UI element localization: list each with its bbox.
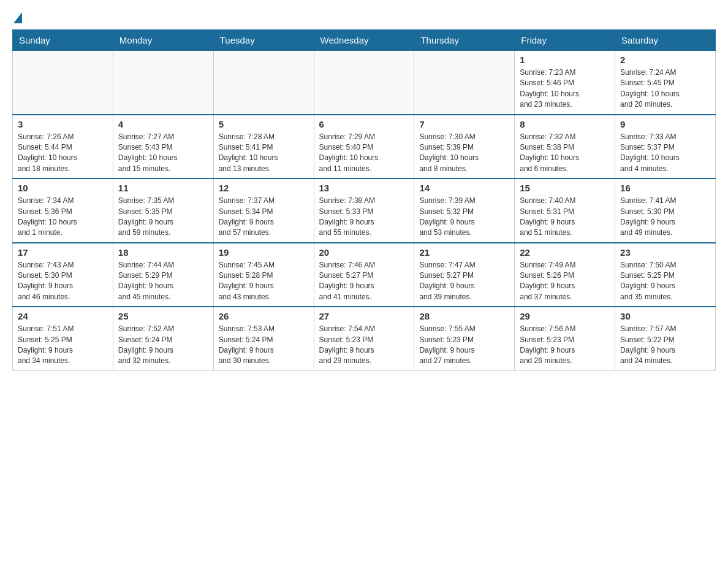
day-info: Sunrise: 7:46 AM Sunset: 5:27 PM Dayligh… bbox=[319, 260, 409, 303]
day-info: Sunrise: 7:43 AM Sunset: 5:30 PM Dayligh… bbox=[18, 260, 108, 303]
weekday-header-wednesday: Wednesday bbox=[314, 30, 414, 51]
calendar-cell: 14Sunrise: 7:39 AM Sunset: 5:32 PM Dayli… bbox=[414, 178, 515, 243]
day-number: 5 bbox=[219, 119, 309, 129]
calendar-cell bbox=[13, 51, 113, 115]
day-info: Sunrise: 7:40 AM Sunset: 5:31 PM Dayligh… bbox=[520, 196, 610, 239]
calendar-cell: 6Sunrise: 7:29 AM Sunset: 5:40 PM Daylig… bbox=[314, 115, 414, 179]
calendar-cell: 11Sunrise: 7:35 AM Sunset: 5:35 PM Dayli… bbox=[113, 178, 213, 243]
day-number: 4 bbox=[118, 119, 208, 129]
day-info: Sunrise: 7:57 AM Sunset: 5:22 PM Dayligh… bbox=[620, 324, 710, 367]
day-info: Sunrise: 7:41 AM Sunset: 5:30 PM Dayligh… bbox=[620, 196, 710, 239]
calendar-cell bbox=[414, 51, 515, 115]
day-info: Sunrise: 7:30 AM Sunset: 5:39 PM Dayligh… bbox=[419, 132, 509, 175]
day-number: 1 bbox=[520, 55, 610, 65]
calendar-week-3: 10Sunrise: 7:34 AM Sunset: 5:36 PM Dayli… bbox=[13, 178, 716, 243]
day-info: Sunrise: 7:39 AM Sunset: 5:32 PM Dayligh… bbox=[419, 196, 509, 239]
day-info: Sunrise: 7:52 AM Sunset: 5:24 PM Dayligh… bbox=[118, 324, 208, 367]
calendar-cell: 16Sunrise: 7:41 AM Sunset: 5:30 PM Dayli… bbox=[615, 178, 716, 243]
calendar-cell: 19Sunrise: 7:45 AM Sunset: 5:28 PM Dayli… bbox=[213, 243, 314, 307]
calendar-week-1: 1Sunrise: 7:23 AM Sunset: 5:46 PM Daylig… bbox=[13, 51, 716, 115]
calendar-cell: 4Sunrise: 7:27 AM Sunset: 5:43 PM Daylig… bbox=[113, 115, 213, 179]
day-info: Sunrise: 7:32 AM Sunset: 5:38 PM Dayligh… bbox=[520, 132, 610, 175]
day-info: Sunrise: 7:55 AM Sunset: 5:23 PM Dayligh… bbox=[419, 324, 509, 367]
calendar-cell bbox=[213, 51, 314, 115]
calendar-cell: 24Sunrise: 7:51 AM Sunset: 5:25 PM Dayli… bbox=[13, 307, 113, 370]
day-number: 3 bbox=[18, 119, 108, 129]
calendar-cell: 15Sunrise: 7:40 AM Sunset: 5:31 PM Dayli… bbox=[515, 178, 615, 243]
calendar-cell: 21Sunrise: 7:47 AM Sunset: 5:27 PM Dayli… bbox=[414, 243, 515, 307]
day-number: 2 bbox=[620, 55, 710, 65]
weekday-header-row: SundayMondayTuesdayWednesdayThursdayFrid… bbox=[13, 30, 716, 51]
day-number: 6 bbox=[319, 119, 409, 129]
calendar-cell bbox=[113, 51, 213, 115]
weekday-header-sunday: Sunday bbox=[13, 30, 113, 51]
calendar-cell: 18Sunrise: 7:44 AM Sunset: 5:29 PM Dayli… bbox=[113, 243, 213, 307]
day-info: Sunrise: 7:26 AM Sunset: 5:44 PM Dayligh… bbox=[18, 132, 108, 175]
calendar-cell: 5Sunrise: 7:28 AM Sunset: 5:41 PM Daylig… bbox=[213, 115, 314, 179]
calendar-cell: 1Sunrise: 7:23 AM Sunset: 5:46 PM Daylig… bbox=[515, 51, 615, 115]
calendar-cell: 20Sunrise: 7:46 AM Sunset: 5:27 PM Dayli… bbox=[314, 243, 414, 307]
calendar-week-5: 24Sunrise: 7:51 AM Sunset: 5:25 PM Dayli… bbox=[13, 307, 716, 370]
day-info: Sunrise: 7:44 AM Sunset: 5:29 PM Dayligh… bbox=[118, 260, 208, 303]
day-info: Sunrise: 7:50 AM Sunset: 5:25 PM Dayligh… bbox=[620, 260, 710, 303]
day-number: 17 bbox=[18, 247, 108, 258]
page-header bbox=[12, 12, 716, 23]
day-number: 25 bbox=[118, 311, 208, 321]
day-number: 7 bbox=[419, 119, 509, 129]
calendar-cell: 28Sunrise: 7:55 AM Sunset: 5:23 PM Dayli… bbox=[414, 307, 515, 370]
day-number: 11 bbox=[118, 183, 208, 193]
day-number: 22 bbox=[520, 247, 610, 258]
day-number: 16 bbox=[620, 183, 710, 193]
day-info: Sunrise: 7:53 AM Sunset: 5:24 PM Dayligh… bbox=[219, 324, 309, 367]
day-info: Sunrise: 7:29 AM Sunset: 5:40 PM Dayligh… bbox=[319, 132, 409, 175]
day-info: Sunrise: 7:37 AM Sunset: 5:34 PM Dayligh… bbox=[219, 196, 309, 239]
day-number: 12 bbox=[219, 183, 309, 193]
weekday-header-friday: Friday bbox=[515, 30, 615, 51]
weekday-header-monday: Monday bbox=[113, 30, 213, 51]
calendar-cell: 22Sunrise: 7:49 AM Sunset: 5:26 PM Dayli… bbox=[515, 243, 615, 307]
logo-triangle-icon bbox=[13, 12, 22, 23]
day-info: Sunrise: 7:23 AM Sunset: 5:46 PM Dayligh… bbox=[520, 67, 610, 110]
calendar-cell bbox=[314, 51, 414, 115]
day-number: 15 bbox=[520, 183, 610, 193]
day-info: Sunrise: 7:35 AM Sunset: 5:35 PM Dayligh… bbox=[118, 196, 208, 239]
day-info: Sunrise: 7:51 AM Sunset: 5:25 PM Dayligh… bbox=[18, 324, 108, 367]
day-number: 24 bbox=[18, 311, 108, 321]
day-info: Sunrise: 7:27 AM Sunset: 5:43 PM Dayligh… bbox=[118, 132, 208, 175]
day-info: Sunrise: 7:24 AM Sunset: 5:45 PM Dayligh… bbox=[620, 67, 710, 110]
day-number: 23 bbox=[620, 247, 710, 258]
calendar-cell: 8Sunrise: 7:32 AM Sunset: 5:38 PM Daylig… bbox=[515, 115, 615, 179]
calendar-cell: 27Sunrise: 7:54 AM Sunset: 5:23 PM Dayli… bbox=[314, 307, 414, 370]
calendar-cell: 9Sunrise: 7:33 AM Sunset: 5:37 PM Daylig… bbox=[615, 115, 716, 179]
day-info: Sunrise: 7:54 AM Sunset: 5:23 PM Dayligh… bbox=[319, 324, 409, 367]
day-number: 29 bbox=[520, 311, 610, 321]
day-number: 14 bbox=[419, 183, 509, 193]
calendar-cell: 7Sunrise: 7:30 AM Sunset: 5:39 PM Daylig… bbox=[414, 115, 515, 179]
calendar-cell: 29Sunrise: 7:56 AM Sunset: 5:23 PM Dayli… bbox=[515, 307, 615, 370]
calendar-cell: 17Sunrise: 7:43 AM Sunset: 5:30 PM Dayli… bbox=[13, 243, 113, 307]
day-number: 26 bbox=[219, 311, 309, 321]
day-number: 8 bbox=[520, 119, 610, 129]
day-info: Sunrise: 7:38 AM Sunset: 5:33 PM Dayligh… bbox=[319, 196, 409, 239]
calendar-cell: 10Sunrise: 7:34 AM Sunset: 5:36 PM Dayli… bbox=[13, 178, 113, 243]
logo bbox=[12, 12, 23, 23]
day-info: Sunrise: 7:28 AM Sunset: 5:41 PM Dayligh… bbox=[219, 132, 309, 175]
calendar-week-4: 17Sunrise: 7:43 AM Sunset: 5:30 PM Dayli… bbox=[13, 243, 716, 307]
day-info: Sunrise: 7:49 AM Sunset: 5:26 PM Dayligh… bbox=[520, 260, 610, 303]
weekday-header-saturday: Saturday bbox=[615, 30, 716, 51]
calendar-cell: 30Sunrise: 7:57 AM Sunset: 5:22 PM Dayli… bbox=[615, 307, 716, 370]
weekday-header-tuesday: Tuesday bbox=[213, 30, 314, 51]
day-number: 10 bbox=[18, 183, 108, 193]
day-number: 13 bbox=[319, 183, 409, 193]
calendar-cell: 25Sunrise: 7:52 AM Sunset: 5:24 PM Dayli… bbox=[113, 307, 213, 370]
day-info: Sunrise: 7:34 AM Sunset: 5:36 PM Dayligh… bbox=[18, 196, 108, 239]
calendar-table: SundayMondayTuesdayWednesdayThursdayFrid… bbox=[12, 29, 716, 371]
day-number: 9 bbox=[620, 119, 710, 129]
day-number: 20 bbox=[319, 247, 409, 258]
calendar-cell: 3Sunrise: 7:26 AM Sunset: 5:44 PM Daylig… bbox=[13, 115, 113, 179]
calendar-week-2: 3Sunrise: 7:26 AM Sunset: 5:44 PM Daylig… bbox=[13, 115, 716, 179]
day-number: 21 bbox=[419, 247, 509, 258]
weekday-header-thursday: Thursday bbox=[414, 30, 515, 51]
day-number: 30 bbox=[620, 311, 710, 321]
day-number: 27 bbox=[319, 311, 409, 321]
